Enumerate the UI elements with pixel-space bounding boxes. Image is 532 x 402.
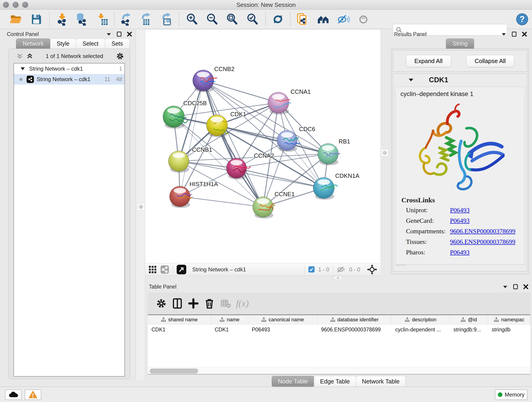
table-h-scrollbar[interactable] — [148, 367, 530, 375]
network-node-cdc25b[interactable] — [163, 106, 188, 129]
home-networks-icon[interactable] — [317, 13, 330, 26]
network-list-item-network[interactable]: String Network – cdk11148 — [14, 74, 124, 85]
table-cell-name[interactable]: CDK1 — [211, 327, 248, 333]
collapse-entry-icon[interactable] — [408, 78, 414, 82]
clipboard-network-icon[interactable] — [296, 13, 309, 26]
crosslink-value-link[interactable]: P06493 — [450, 217, 470, 224]
window-zoom-light[interactable] — [22, 2, 28, 8]
column-header-name[interactable]: name — [211, 315, 248, 324]
column-header-database-identifier[interactable]: database identifier — [317, 315, 392, 324]
refresh-icon[interactable] — [272, 13, 284, 26]
hide-graphics-icon[interactable] — [337, 13, 350, 26]
grid-view-icon[interactable] — [148, 265, 157, 274]
window-close-light[interactable] — [3, 2, 9, 8]
network-edge[interactable] — [203, 80, 263, 207]
network-list-item-collection[interactable]: String Network – cdk11 — [14, 64, 124, 74]
network-edge[interactable] — [180, 196, 263, 207]
left-splitter-handle[interactable] — [138, 203, 144, 210]
column-header-id[interactable]: @id — [450, 315, 488, 324]
delete-table-icon[interactable] — [220, 298, 231, 309]
table-cell-canonical-name[interactable]: P06493 — [248, 327, 317, 333]
table-cell-id[interactable]: stringdb:9... — [450, 327, 488, 333]
crosslink-value-link[interactable]: P06493 — [450, 249, 470, 256]
table-cell-shared-name[interactable]: CDK1 — [148, 327, 211, 333]
table-cell-database-identifier[interactable]: 9606.ENSP00000378699 — [317, 327, 392, 333]
tab-network[interactable]: Network — [16, 38, 51, 49]
panel-float-icon[interactable] — [513, 284, 518, 289]
save-session-icon[interactable] — [30, 13, 43, 26]
network-node-ccnb1[interactable] — [168, 151, 189, 172]
table-cell-description[interactable]: cyclin-dependent ... — [392, 327, 450, 333]
right-splitter-handle[interactable] — [381, 149, 388, 156]
network-node-cdk1[interactable] — [206, 115, 228, 137]
tab-edge-table[interactable]: Edge Table — [314, 376, 356, 387]
crosslink-value-link[interactable]: P06493 — [450, 206, 470, 214]
import-table-icon[interactable] — [96, 13, 109, 26]
create-column-icon[interactable] — [188, 298, 199, 309]
expand-all-button[interactable]: Expand All — [406, 55, 451, 67]
tab-select[interactable]: Select — [76, 38, 105, 49]
network-share-icon[interactable] — [160, 265, 169, 274]
network-canvas[interactable]: CCNB2CCNA1CDC25BCDK1CDC6RB1CCNB1CCNA2CDK… — [145, 30, 380, 263]
delete-column-trash-icon[interactable] — [204, 298, 215, 309]
network-node-cdc6[interactable] — [277, 130, 300, 152]
network-node-ccna2[interactable] — [226, 158, 250, 179]
crosslink-value-link[interactable]: 9606.ENSP00000378699 — [450, 238, 515, 245]
tab-style[interactable]: Style — [50, 38, 76, 49]
panel-menu-icon[interactable] — [106, 32, 111, 36]
panel-close-icon[interactable] — [522, 32, 527, 37]
column-header-canonical-name[interactable]: canonical name — [248, 315, 317, 324]
detach-view-icon[interactable] — [177, 265, 186, 274]
bottom-splitter-handle[interactable] — [334, 276, 342, 280]
selected-nodes-checkbox[interactable] — [308, 266, 315, 273]
table-cell-namespac[interactable]: stringdb — [488, 327, 530, 333]
entry-scrollbar-thumb[interactable] — [395, 264, 406, 266]
zoom-out-icon[interactable] — [206, 13, 219, 26]
panel-float-icon[interactable] — [117, 32, 121, 37]
network-node-ccnb2[interactable] — [193, 70, 217, 92]
panel-close-icon[interactable] — [523, 284, 528, 289]
function-builder-icon[interactable]: f(x) — [236, 298, 249, 309]
import-network-database-icon[interactable] — [75, 13, 88, 26]
hidden-items-eye-icon[interactable] — [337, 266, 346, 273]
show-columns-icon[interactable] — [172, 298, 183, 309]
eye-icon[interactable] — [357, 13, 370, 26]
collapse-all-button[interactable]: Collapse All — [466, 55, 514, 67]
zoom-in-icon[interactable] — [186, 13, 198, 26]
crosslink-value-link[interactable]: 9606.ENSP00000378699 — [450, 228, 515, 235]
table-settings-gear-icon[interactable] — [156, 298, 167, 309]
tab-node-table[interactable]: Node Table — [272, 376, 314, 387]
network-node-ccna1[interactable] — [268, 92, 291, 115]
zoom-selected-icon[interactable] — [246, 13, 259, 26]
disclosure-triangle-icon[interactable] — [20, 67, 25, 70]
column-header-description[interactable]: description — [392, 315, 450, 324]
export-table-icon[interactable] — [139, 13, 152, 26]
open-session-icon[interactable] — [9, 13, 22, 26]
panel-close-icon[interactable] — [127, 32, 132, 37]
memory-button[interactable]: Memory — [495, 389, 527, 400]
column-header-namespac[interactable]: namespac — [488, 315, 530, 324]
network-node-rb1[interactable] — [318, 143, 340, 165]
node-entry-header[interactable]: CDK1 — [393, 74, 527, 86]
network-edge[interactable] — [203, 80, 278, 103]
tab-network-table[interactable]: Network Table — [356, 376, 406, 387]
export-image-icon[interactable] — [159, 13, 172, 26]
tab-sets[interactable]: Sets — [105, 38, 130, 49]
expand-all-icon[interactable] — [27, 53, 33, 59]
panel-float-icon[interactable] — [512, 32, 516, 37]
panel-menu-icon[interactable] — [503, 285, 508, 288]
zoom-fit-icon[interactable] — [226, 13, 239, 26]
cloud-status-button[interactable] — [5, 389, 22, 400]
window-minimize-light[interactable] — [13, 2, 19, 8]
network-node-hist1h1a[interactable] — [170, 186, 192, 208]
warning-status-button[interactable] — [25, 389, 41, 400]
table-h-scrollbar-thumb[interactable] — [150, 369, 198, 374]
help-icon[interactable]: ? — [516, 13, 529, 26]
tab-string[interactable]: String — [446, 38, 474, 49]
table-row[interactable]: CDK1CDK1P064939606.ENSP00000378699cyclin… — [148, 324, 530, 335]
panel-menu-icon[interactable] — [501, 32, 506, 36]
column-header-shared-name[interactable]: shared name — [148, 315, 211, 324]
collapse-all-icon[interactable] — [17, 53, 23, 59]
export-network-icon[interactable] — [119, 13, 132, 26]
import-network-file-icon[interactable] — [56, 13, 69, 26]
